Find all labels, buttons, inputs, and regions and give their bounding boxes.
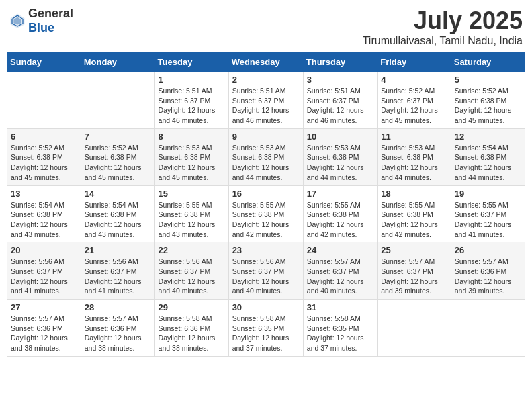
day-number: 8 [159, 132, 225, 142]
calendar-cell: 15Sunrise: 5:55 AM Sunset: 6:38 PM Dayli… [154, 185, 228, 242]
calendar-cell: 25Sunrise: 5:57 AM Sunset: 6:37 PM Dayli… [378, 242, 451, 300]
day-number: 25 [381, 245, 447, 255]
cell-info: Sunrise: 5:55 AM Sunset: 6:37 PM Dayligh… [455, 200, 521, 240]
day-number: 24 [307, 245, 373, 255]
day-number: 17 [307, 189, 373, 199]
day-number: 11 [381, 132, 447, 142]
calendar-cell: 2Sunrise: 5:51 AM Sunset: 6:37 PM Daylig… [228, 72, 303, 129]
day-number: 22 [159, 245, 225, 255]
cell-info: Sunrise: 5:53 AM Sunset: 6:38 PM Dayligh… [307, 143, 373, 183]
cell-info: Sunrise: 5:54 AM Sunset: 6:38 PM Dayligh… [11, 200, 77, 240]
calendar-cell [378, 300, 451, 357]
cell-info: Sunrise: 5:51 AM Sunset: 6:37 PM Dayligh… [159, 86, 225, 126]
cell-info: Sunrise: 5:55 AM Sunset: 6:38 PM Dayligh… [307, 200, 373, 240]
day-number: 7 [85, 132, 151, 142]
calendar-cell: 12Sunrise: 5:54 AM Sunset: 6:38 PM Dayli… [451, 128, 525, 185]
day-number: 5 [455, 75, 521, 85]
day-number: 9 [232, 132, 300, 142]
weekday-header-sunday: Sunday [7, 53, 81, 72]
calendar-cell: 16Sunrise: 5:55 AM Sunset: 6:38 PM Dayli… [228, 185, 303, 242]
calendar-cell: 27Sunrise: 5:57 AM Sunset: 6:36 PM Dayli… [7, 300, 81, 357]
day-number: 15 [159, 189, 225, 199]
cell-info: Sunrise: 5:57 AM Sunset: 6:36 PM Dayligh… [85, 314, 151, 353]
day-number: 16 [232, 189, 300, 199]
day-number: 29 [159, 302, 225, 312]
weekday-header-thursday: Thursday [303, 53, 377, 72]
calendar-cell: 4Sunrise: 5:52 AM Sunset: 6:37 PM Daylig… [378, 72, 451, 129]
calendar-cell: 30Sunrise: 5:58 AM Sunset: 6:35 PM Dayli… [228, 300, 303, 357]
calendar-cell: 1Sunrise: 5:51 AM Sunset: 6:37 PM Daylig… [154, 72, 228, 129]
day-number: 23 [232, 245, 300, 255]
calendar-cell: 21Sunrise: 5:56 AM Sunset: 6:37 PM Dayli… [81, 242, 154, 300]
calendar-week-row: 6Sunrise: 5:52 AM Sunset: 6:38 PM Daylig… [7, 128, 525, 185]
calendar-cell: 14Sunrise: 5:54 AM Sunset: 6:38 PM Dayli… [81, 185, 154, 242]
calendar-cell: 31Sunrise: 5:58 AM Sunset: 6:35 PM Dayli… [303, 300, 377, 357]
weekday-header-wednesday: Wednesday [228, 53, 303, 72]
calendar-cell: 10Sunrise: 5:53 AM Sunset: 6:38 PM Dayli… [303, 128, 377, 185]
calendar-cell [7, 72, 81, 129]
calendar-cell: 28Sunrise: 5:57 AM Sunset: 6:36 PM Dayli… [81, 300, 154, 357]
calendar-week-row: 20Sunrise: 5:56 AM Sunset: 6:37 PM Dayli… [7, 242, 525, 300]
cell-info: Sunrise: 5:57 AM Sunset: 6:36 PM Dayligh… [455, 257, 521, 296]
day-number: 13 [11, 189, 77, 199]
cell-info: Sunrise: 5:52 AM Sunset: 6:38 PM Dayligh… [85, 143, 151, 183]
month-title: July 2025 [363, 7, 523, 35]
calendar-cell: 8Sunrise: 5:53 AM Sunset: 6:38 PM Daylig… [154, 128, 228, 185]
cell-info: Sunrise: 5:54 AM Sunset: 6:38 PM Dayligh… [85, 200, 151, 240]
logo-text-general: General [28, 7, 73, 20]
cell-info: Sunrise: 5:58 AM Sunset: 6:35 PM Dayligh… [307, 314, 373, 353]
cell-info: Sunrise: 5:56 AM Sunset: 6:37 PM Dayligh… [159, 257, 225, 296]
calendar-table: SundayMondayTuesdayWednesdayThursdayFrid… [7, 52, 525, 357]
calendar-week-row: 1Sunrise: 5:51 AM Sunset: 6:37 PM Daylig… [7, 72, 525, 129]
calendar-cell: 20Sunrise: 5:56 AM Sunset: 6:37 PM Dayli… [7, 242, 81, 300]
cell-info: Sunrise: 5:52 AM Sunset: 6:37 PM Dayligh… [381, 86, 447, 126]
cell-info: Sunrise: 5:52 AM Sunset: 6:38 PM Dayligh… [11, 143, 77, 183]
calendar-cell: 5Sunrise: 5:52 AM Sunset: 6:38 PM Daylig… [451, 72, 525, 129]
calendar-week-row: 27Sunrise: 5:57 AM Sunset: 6:36 PM Dayli… [7, 300, 525, 357]
calendar-cell: 29Sunrise: 5:58 AM Sunset: 6:36 PM Dayli… [154, 300, 228, 357]
calendar-cell: 11Sunrise: 5:53 AM Sunset: 6:38 PM Dayli… [378, 128, 451, 185]
title-section: July 2025 Tirumullaivasal, Tamil Nadu, I… [363, 7, 523, 47]
cell-info: Sunrise: 5:58 AM Sunset: 6:35 PM Dayligh… [232, 314, 300, 353]
logo-text-blue: Blue [28, 21, 54, 34]
logo-icon [9, 13, 26, 29]
day-number: 26 [455, 245, 521, 255]
day-number: 1 [159, 75, 225, 85]
cell-info: Sunrise: 5:52 AM Sunset: 6:38 PM Dayligh… [455, 86, 521, 126]
cell-info: Sunrise: 5:51 AM Sunset: 6:37 PM Dayligh… [307, 86, 373, 126]
cell-info: Sunrise: 5:55 AM Sunset: 6:38 PM Dayligh… [381, 200, 447, 240]
day-number: 21 [85, 245, 151, 255]
calendar-cell: 18Sunrise: 5:55 AM Sunset: 6:38 PM Dayli… [378, 185, 451, 242]
day-number: 18 [381, 189, 447, 199]
calendar-cell: 24Sunrise: 5:57 AM Sunset: 6:37 PM Dayli… [303, 242, 377, 300]
cell-info: Sunrise: 5:57 AM Sunset: 6:37 PM Dayligh… [307, 257, 373, 296]
day-number: 10 [307, 132, 373, 142]
weekday-header-row: SundayMondayTuesdayWednesdayThursdayFrid… [7, 53, 525, 72]
day-number: 30 [232, 302, 300, 312]
calendar-cell: 19Sunrise: 5:55 AM Sunset: 6:37 PM Dayli… [451, 185, 525, 242]
day-number: 2 [232, 75, 300, 85]
cell-info: Sunrise: 5:54 AM Sunset: 6:38 PM Dayligh… [455, 143, 521, 183]
day-number: 28 [85, 302, 151, 312]
calendar-cell: 23Sunrise: 5:56 AM Sunset: 6:37 PM Dayli… [228, 242, 303, 300]
cell-info: Sunrise: 5:56 AM Sunset: 6:37 PM Dayligh… [11, 257, 77, 296]
day-number: 3 [307, 75, 373, 85]
cell-info: Sunrise: 5:53 AM Sunset: 6:38 PM Dayligh… [159, 143, 225, 183]
cell-info: Sunrise: 5:57 AM Sunset: 6:37 PM Dayligh… [381, 257, 447, 296]
page-header: General Blue July 2025 Tirumullaivasal, … [7, 7, 525, 47]
location-title: Tirumullaivasal, Tamil Nadu, India [363, 35, 523, 47]
day-number: 20 [11, 245, 77, 255]
calendar-cell: 13Sunrise: 5:54 AM Sunset: 6:38 PM Dayli… [7, 185, 81, 242]
cell-info: Sunrise: 5:55 AM Sunset: 6:38 PM Dayligh… [159, 200, 225, 240]
calendar-cell [81, 72, 154, 129]
cell-info: Sunrise: 5:57 AM Sunset: 6:36 PM Dayligh… [11, 314, 77, 353]
weekday-header-monday: Monday [81, 53, 154, 72]
cell-info: Sunrise: 5:55 AM Sunset: 6:38 PM Dayligh… [232, 200, 300, 240]
day-number: 19 [455, 189, 521, 199]
weekday-header-saturday: Saturday [451, 53, 525, 72]
calendar-cell: 22Sunrise: 5:56 AM Sunset: 6:37 PM Dayli… [154, 242, 228, 300]
logo: General Blue [9, 7, 73, 35]
cell-info: Sunrise: 5:51 AM Sunset: 6:37 PM Dayligh… [232, 86, 300, 126]
calendar-cell: 3Sunrise: 5:51 AM Sunset: 6:37 PM Daylig… [303, 72, 377, 129]
calendar-cell: 9Sunrise: 5:53 AM Sunset: 6:38 PM Daylig… [228, 128, 303, 185]
